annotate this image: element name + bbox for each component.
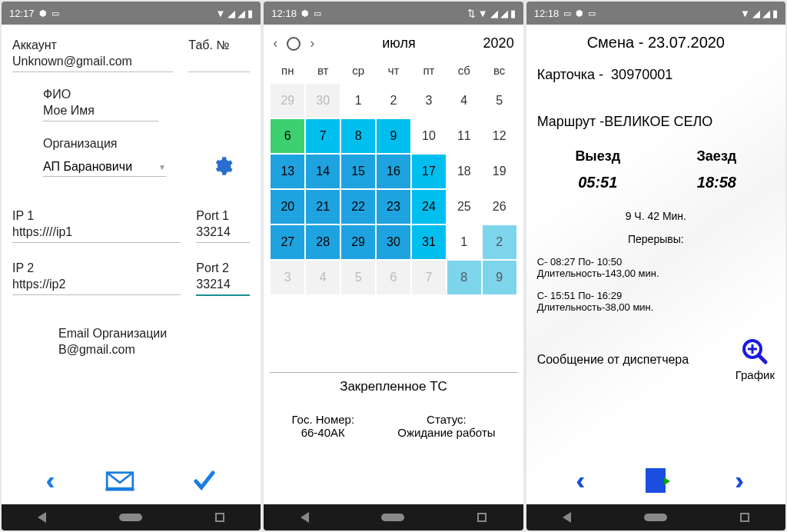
calendar-cell[interactable]: 25 — [447, 189, 482, 224]
email-input[interactable]: B@gmail.com — [58, 341, 197, 360]
calendar-cell[interactable]: 2 — [482, 224, 517, 260]
duration: 9 Ч. 42 Мин. — [537, 210, 775, 222]
calendar-cell[interactable]: 3 — [411, 83, 447, 118]
signal-icon: ◢ — [490, 8, 498, 19]
signal-icon: ◢ — [500, 8, 508, 19]
calendar-cell[interactable]: 5 — [482, 83, 517, 118]
calendar-cell[interactable]: 11 — [447, 118, 482, 154]
calendar-cell[interactable]: 14 — [305, 154, 340, 189]
dow-cell: пн — [270, 64, 305, 77]
ip1-input[interactable]: https:////ip1 — [12, 224, 181, 243]
shield-icon: ⬢ — [576, 8, 583, 18]
calendar-cell[interactable]: 7 — [411, 260, 447, 295]
calendar-cell[interactable]: 24 — [411, 189, 447, 224]
calendar-cell[interactable]: 7 — [305, 118, 340, 154]
calendar-cell[interactable]: 26 — [482, 189, 517, 224]
screen-shift: 12:18 ▭ ⬢ ▭ ▼ ◢ ◢ ▮ Смена - 23.07.2020 К… — [526, 2, 785, 530]
calendar-cell[interactable]: 30 — [376, 224, 411, 260]
calendar-cell[interactable]: 9 — [482, 260, 517, 295]
status-value: Ожидание работы — [397, 426, 495, 439]
nav-home-icon[interactable] — [119, 514, 142, 521]
shield-icon: ⬢ — [39, 8, 47, 18]
card-value: 30970001 — [611, 67, 672, 82]
mail-button[interactable] — [105, 470, 134, 491]
month-label: июля — [382, 35, 415, 52]
dow-cell: пт — [411, 64, 447, 77]
depart-time: 05:51 — [575, 174, 620, 191]
nav-home-icon[interactable] — [381, 514, 404, 521]
wifi-icon: ▼ — [740, 8, 750, 19]
calendar-cell[interactable]: 19 — [482, 154, 517, 189]
calendar-cell[interactable]: 8 — [447, 260, 482, 295]
status-time: 12:18 — [271, 8, 297, 19]
nav-bar — [264, 504, 523, 530]
account-input[interactable]: Unknown@gmail.com — [12, 53, 173, 72]
nav-back-icon[interactable] — [38, 512, 46, 523]
break2-time: С- 15:51 По- 16:29 — [537, 290, 775, 301]
break1-duration: Длительность-143,00 мин. — [537, 268, 775, 279]
calendar-cell[interactable]: 6 — [376, 260, 411, 295]
exit-button[interactable] — [646, 468, 666, 493]
calendar-icon: ▭ — [51, 8, 59, 18]
calendar-cell[interactable]: 29 — [270, 83, 305, 118]
calendar-cell[interactable]: 1 — [447, 224, 482, 260]
dow-cell: вс — [482, 64, 517, 77]
calendar-cell[interactable]: 17 — [411, 154, 447, 189]
org-dropdown[interactable]: АП Барановичи ▼ — [43, 160, 166, 177]
nav-back-icon[interactable] — [301, 512, 309, 523]
breaks-title: Перерывы: — [537, 233, 775, 245]
calendar-cell[interactable]: 21 — [305, 189, 340, 224]
arrow-icon — [664, 477, 670, 485]
confirm-button[interactable] — [193, 469, 216, 492]
battery-icon: ▮ — [247, 8, 253, 19]
calendar-cell[interactable]: 5 — [340, 260, 376, 295]
calendar-cell[interactable]: 2 — [376, 83, 411, 118]
chart-button[interactable] — [741, 337, 769, 365]
calendar-cell[interactable]: 12 — [482, 118, 517, 154]
calendar-cell[interactable]: 13 — [270, 154, 305, 189]
gos-value: 66-40АК — [291, 426, 354, 439]
today-button[interactable] — [287, 37, 301, 51]
calendar-cell[interactable]: 4 — [305, 260, 340, 295]
depart-label: Выезд — [575, 148, 620, 165]
next-month-button[interactable]: › — [310, 35, 314, 52]
fio-label: ФИО — [43, 88, 250, 101]
calendar-cell[interactable]: 10 — [411, 118, 447, 154]
calendar-cell[interactable]: 31 — [411, 224, 447, 260]
port1-input[interactable]: 33214 — [196, 224, 250, 243]
nav-back-icon[interactable] — [563, 512, 571, 523]
shift-title: Смена - 23.07.2020 — [537, 34, 775, 52]
port2-input[interactable]: 33214 — [196, 276, 250, 296]
calendar-cell[interactable]: 18 — [447, 154, 482, 189]
calendar-cell[interactable]: 6 — [270, 118, 305, 154]
nav-recent-icon[interactable] — [215, 513, 224, 522]
fio-input[interactable]: Мое Имя — [43, 102, 158, 121]
calendar-cell[interactable]: 28 — [305, 224, 340, 260]
calendar-cell[interactable]: 15 — [340, 154, 376, 189]
break1-time: С- 08:27 По- 10:50 — [537, 256, 775, 268]
tab-input[interactable] — [188, 53, 250, 72]
nav-recent-icon[interactable] — [477, 513, 486, 522]
ip2-input[interactable]: https://ip2 — [12, 276, 181, 295]
calendar-cell[interactable]: 22 — [340, 189, 376, 224]
calendar-cell[interactable]: 9 — [376, 118, 411, 154]
calendar-cell[interactable]: 16 — [376, 154, 411, 189]
prev-month-button[interactable]: ‹ — [273, 35, 277, 52]
calendar-cell[interactable]: 27 — [270, 224, 305, 260]
nav-home-icon[interactable] — [644, 514, 667, 521]
calendar-cell[interactable]: 8 — [340, 118, 376, 154]
calendar-cell[interactable]: 23 — [376, 189, 411, 224]
calendar-cell[interactable]: 1 — [340, 83, 376, 118]
nav-recent-icon[interactable] — [740, 513, 749, 522]
settings-icon[interactable] — [212, 155, 234, 181]
break2-duration: Длительность-38,00 мин. — [537, 301, 775, 313]
calendar-cell[interactable]: 4 — [447, 83, 482, 118]
calendar-cell[interactable]: 30 — [305, 83, 340, 118]
calendar-cell[interactable]: 20 — [270, 189, 305, 224]
calendar-cell[interactable]: 29 — [340, 224, 376, 260]
calendar-cell[interactable]: 3 — [270, 260, 305, 295]
signal-icon: ◢ — [762, 8, 770, 19]
wifi-icon: ▼ — [215, 8, 225, 19]
account-label: Аккаунт — [12, 38, 173, 52]
wifi-icon: ▼ — [478, 8, 488, 19]
